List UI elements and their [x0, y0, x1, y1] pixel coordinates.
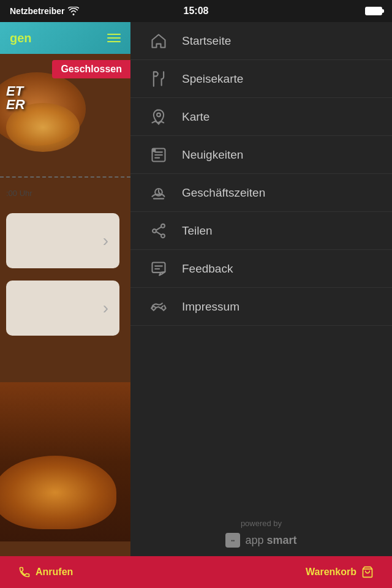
menu-label-speisekarte: Speisekarte — [182, 72, 243, 86]
time-label: :00 Uhr — [6, 189, 32, 198]
menu-item-startseite[interactable]: Startseite — [130, 22, 392, 60]
cart-label: Warenkorb — [306, 567, 356, 578]
svg-point-0 — [157, 113, 160, 116]
map-icon — [148, 106, 170, 128]
svg-point-8 — [153, 229, 156, 233]
appsmart-name: app smart — [245, 534, 296, 547]
cart-button[interactable]: Warenkorb — [306, 566, 374, 578]
menu-label-teilen: Teilen — [182, 224, 213, 238]
appsmart-logo: app smart — [225, 533, 296, 548]
menu-item-feedback[interactable]: Feedback — [130, 250, 392, 288]
menu-item-geschaeftszeiten[interactable]: Geschäftszeiten — [130, 174, 392, 212]
menu-item-speisekarte[interactable]: Speisekarte — [130, 60, 392, 98]
handshake-icon — [148, 296, 170, 318]
menu-label-impressum: Impressum — [182, 300, 239, 314]
battery-icon — [365, 7, 382, 15]
hamburger-line-3 — [107, 41, 121, 42]
menu-label-geschaeftszeiten: Geschäftszeiten — [182, 186, 265, 200]
carrier-label: Netzbetreiber — [10, 6, 64, 16]
menu-item-teilen[interactable]: Teilen — [130, 212, 392, 250]
geschlossen-badge: Geschlossen — [52, 60, 130, 78]
fork-knife-icon — [148, 68, 170, 90]
share-icon — [148, 220, 170, 242]
left-panel: gen ET ER Geschlossen :00 Uhr — [0, 22, 130, 566]
food-background: ET ER Geschlossen :00 Uhr › › — [0, 54, 130, 566]
food-card-1[interactable]: › — [6, 213, 119, 268]
svg-line-10 — [156, 227, 161, 230]
home-icon — [148, 30, 170, 52]
bottom-food-image — [0, 382, 130, 541]
chevron-right-icon-1: › — [103, 231, 108, 251]
dashed-separator — [0, 176, 130, 178]
appsmart-icon — [225, 533, 240, 548]
svg-rect-5 — [153, 148, 156, 152]
phone-icon — [18, 566, 31, 578]
feedback-icon — [148, 258, 170, 280]
status-bar-right — [365, 7, 382, 15]
status-bar: Netzbetreiber 15:08 — [0, 0, 392, 22]
menu-item-impressum[interactable]: Impressum — [130, 288, 392, 326]
wifi-icon — [68, 7, 79, 15]
hamburger-line-2 — [107, 37, 121, 39]
left-header: gen — [0, 22, 130, 54]
menu-label-startseite: Startseite — [182, 34, 231, 48]
bottom-food-shape — [0, 456, 116, 529]
status-bar-left: Netzbetreiber — [10, 6, 79, 16]
powered-by-text: powered by — [241, 519, 282, 528]
menu-item-karte[interactable]: Karte — [130, 98, 392, 136]
call-label: Anrufen — [36, 567, 73, 578]
menu-label-neuigkeiten: Neuigkeiten — [182, 148, 243, 162]
food-card-2[interactable]: › — [6, 281, 119, 336]
cart-icon — [361, 566, 374, 578]
main-container: gen ET ER Geschlossen :00 Uhr — [0, 22, 392, 588]
svg-rect-12 — [153, 262, 165, 272]
menu-label-karte: Karte — [182, 110, 209, 124]
clock-delivery-icon — [148, 182, 170, 204]
hamburger-line-1 — [107, 34, 121, 35]
menu-label-feedback: Feedback — [182, 262, 233, 276]
chevron-right-icon-2: › — [103, 298, 108, 318]
call-button[interactable]: Anrufen — [18, 566, 73, 578]
food-text-overlay: ET ER — [6, 85, 25, 111]
hamburger-button[interactable] — [107, 34, 121, 42]
bottom-action-bar: Anrufen Warenkorb — [0, 556, 392, 588]
svg-line-11 — [156, 232, 161, 235]
navigation-menu: Startseite Speisekarte Karte — [130, 22, 392, 566]
left-header-title: gen — [10, 31, 32, 45]
news-icon — [148, 144, 170, 166]
status-bar-time: 15:08 — [184, 6, 209, 17]
menu-item-neuigkeiten[interactable]: Neuigkeiten — [130, 136, 392, 174]
